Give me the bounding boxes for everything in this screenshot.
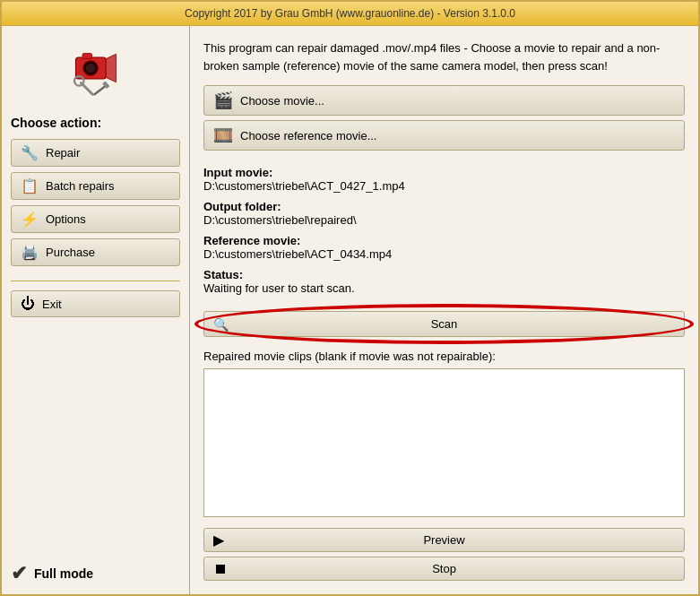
stop-label: Stop — [432, 562, 456, 575]
choose-reference-button[interactable]: 🎞️ Choose reference movie... — [203, 120, 685, 151]
exit-icon: ⏻ — [21, 296, 35, 312]
batch-icon: 📋 — [21, 177, 39, 194]
full-mode-indicator: ✔ Full mode — [11, 544, 180, 585]
repaired-clips-label: Repaired movie clips (blank if movie was… — [203, 350, 685, 363]
status-value: Waiting for user to start scan. — [203, 281, 685, 295]
svg-rect-4 — [82, 54, 92, 59]
window-title: Copyright 2017 by Grau GmbH (www.grauonl… — [185, 7, 515, 20]
preview-icon: ▶ — [213, 531, 224, 548]
full-mode-label: Full mode — [34, 566, 93, 581]
choose-reference-label: Choose reference movie... — [240, 129, 376, 143]
scan-area: 🔍 Scan — [203, 311, 685, 337]
scan-label: Scan — [431, 317, 458, 331]
options-button[interactable]: ⚡ Options — [11, 205, 180, 233]
bottom-buttons: ▶ Preview ⏹ Stop — [203, 523, 685, 581]
info-section: Input movie: D:\customers\triebel\ACT_04… — [203, 166, 685, 302]
choose-reference-icon: 🎞️ — [213, 125, 233, 145]
batch-repairs-button[interactable]: 📋 Batch repairs — [11, 172, 180, 200]
stop-icon: ⏹ — [213, 561, 228, 577]
reference-movie-label: Reference movie: — [203, 234, 685, 247]
scan-icon: 🔍 — [213, 317, 229, 332]
output-folder-label: Output folder: — [203, 200, 685, 213]
options-label: Options — [46, 212, 86, 226]
sidebar: Choose action: 🔧 Repair 📋 Batch repairs … — [2, 26, 190, 594]
sidebar-separator — [11, 281, 180, 281]
description-text: This program can repair damaged .mov/.mp… — [203, 39, 685, 74]
title-bar: Copyright 2017 by Grau GmbH (www.grauonl… — [2, 2, 698, 26]
batch-label: Batch repairs — [46, 179, 115, 193]
svg-line-8 — [94, 86, 106, 95]
right-panel: This program can repair damaged .mov/.mp… — [190, 26, 698, 594]
preview-label: Preview — [423, 533, 464, 547]
main-window: Copyright 2017 by Grau GmbH (www.grauonl… — [0, 0, 700, 596]
svg-marker-5 — [106, 54, 116, 82]
exit-button[interactable]: ⏻ Exit — [11, 290, 180, 317]
scan-btn-wrapper: 🔍 Scan — [203, 311, 685, 337]
purchase-icon: 🖨️ — [21, 244, 39, 261]
repair-button[interactable]: 🔧 Repair — [11, 139, 180, 167]
repaired-clips-box — [203, 368, 685, 517]
scan-button[interactable]: 🔍 Scan — [203, 311, 685, 337]
input-movie-label: Input movie: — [203, 166, 685, 179]
stop-button[interactable]: ⏹ Stop — [203, 557, 685, 581]
purchase-button[interactable]: 🖨️ Purchase — [11, 238, 180, 266]
choose-action-label: Choose action: — [11, 116, 180, 130]
repair-icon: 🔧 — [21, 144, 39, 161]
choose-movie-button[interactable]: 🎬 Choose movie... — [203, 85, 685, 116]
main-content: Choose action: 🔧 Repair 📋 Batch repairs … — [2, 26, 698, 594]
choose-movie-label: Choose movie... — [240, 94, 324, 108]
input-movie-value: D:\customers\triebel\ACT_0427_1.mp4 — [203, 179, 685, 193]
preview-button[interactable]: ▶ Preview — [203, 528, 685, 552]
exit-label: Exit — [42, 298, 62, 311]
options-icon: ⚡ — [21, 211, 39, 228]
logo-area — [11, 35, 180, 116]
checkmark-icon: ✔ — [11, 562, 27, 585]
reference-movie-value: D:\customers\triebel\ACT_0434.mp4 — [203, 247, 685, 261]
purchase-label: Purchase — [46, 246, 95, 259]
choose-movie-icon: 🎬 — [213, 91, 233, 110]
status-label: Status: — [203, 268, 685, 281]
svg-point-3 — [88, 65, 93, 71]
app-logo — [69, 44, 123, 98]
output-folder-value: D:\customers\triebel\repaired\ — [203, 213, 685, 227]
repair-label: Repair — [46, 146, 80, 160]
